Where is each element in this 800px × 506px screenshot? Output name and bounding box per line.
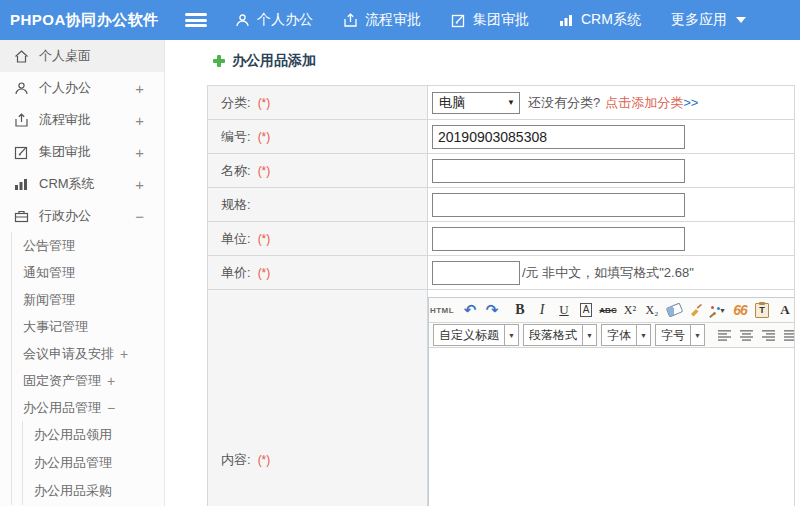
price-label: 单价:: [221, 264, 251, 282]
strikethrough-button[interactable]: ABC: [598, 300, 618, 320]
font-size-dropdown[interactable]: 字号▼: [655, 324, 705, 346]
sidebar-item-crm-system[interactable]: CRM系统 +: [0, 168, 164, 200]
blockquote-button[interactable]: 66: [730, 300, 750, 320]
format-painter-icon[interactable]: [686, 300, 706, 320]
nav-more-apps[interactable]: 更多应用: [671, 11, 746, 29]
nav-crm-system[interactable]: CRM系统: [559, 11, 641, 29]
editor-toolbar-row1: HTML ↶ ↷ B I U A ABC X² X₂: [429, 298, 794, 323]
category-hint: 还没有分类?: [528, 94, 600, 112]
sidebar-item-group-approval[interactable]: 集团审批 +: [0, 136, 164, 168]
required-mark: (*): [258, 453, 271, 467]
subscript-button[interactable]: X₂: [642, 300, 662, 320]
sidebar-item-fixed-assets-mgmt[interactable]: 固定资产管理 +: [12, 367, 164, 394]
edit-icon: [13, 144, 30, 161]
editor-content-area[interactable]: [429, 348, 794, 506]
bold-button[interactable]: B: [510, 300, 530, 320]
unit-input[interactable]: [432, 227, 685, 251]
eraser-icon[interactable]: [664, 300, 684, 320]
sidebar-item-supplies-claim[interactable]: 办公用品领用: [23, 421, 164, 449]
sidebar-item-meeting-mgmt[interactable]: 会议申请及安排+: [12, 340, 164, 367]
undo-icon[interactable]: ↶: [460, 300, 480, 320]
home-icon: [13, 48, 30, 65]
dropdown-arrow-icon: ▼: [636, 325, 650, 345]
align-right-icon[interactable]: [758, 325, 778, 345]
auto-typeset-icon[interactable]: ▼: [708, 300, 728, 320]
nav-personal-office[interactable]: 个人办公: [235, 11, 313, 29]
top-navigation: 个人办公 流程审批 集团审批 CRM系统 更多应用: [235, 11, 746, 29]
expand-icon[interactable]: +: [135, 80, 144, 97]
form-row-code: 编号: (*): [208, 120, 794, 154]
justify-icon[interactable]: [780, 325, 794, 345]
expand-icon[interactable]: +: [135, 112, 144, 129]
required-mark: (*): [258, 232, 271, 246]
custom-title-dropdown[interactable]: 自定义标题▼: [433, 324, 519, 346]
font-color-button[interactable]: A▼: [780, 300, 794, 320]
expand-icon[interactable]: +: [120, 346, 128, 362]
select-arrow-icon: ▼: [507, 98, 515, 107]
sidebar-item-supplies-purchase[interactable]: 办公用品采购: [23, 477, 164, 505]
spec-input[interactable]: [432, 193, 685, 217]
unit-label: 单位:: [221, 230, 251, 248]
category-select[interactable]: 电脑 ▼: [432, 92, 520, 114]
add-category-link[interactable]: 点击添加分类: [605, 94, 683, 112]
dropdown-arrow-icon: ▼: [690, 325, 704, 345]
office-supplies-submenu: 办公用品领用 办公用品管理 办公用品采购: [22, 421, 164, 505]
sidebar-item-news-mgmt[interactable]: 新闻管理: [12, 286, 164, 313]
hamburger-menu-icon[interactable]: [185, 13, 207, 27]
sidebar-item-supplies-manage[interactable]: 办公用品管理: [23, 449, 164, 477]
sidebar-item-events-mgmt[interactable]: 大事记管理: [12, 313, 164, 340]
export-icon: [343, 13, 358, 28]
paragraph-format-dropdown[interactable]: 段落格式▼: [523, 324, 597, 346]
category-label: 分类:: [221, 94, 251, 112]
sidebar-item-personal-desktop[interactable]: 个人桌面: [0, 40, 164, 72]
align-left-icon[interactable]: [714, 325, 734, 345]
user-icon: [13, 80, 30, 97]
name-label: 名称:: [221, 162, 251, 180]
export-icon: [13, 112, 30, 129]
dropdown-arrow-icon: ▼: [504, 325, 518, 345]
expand-icon[interactable]: +: [107, 373, 115, 389]
sidebar-item-announcement-mgmt[interactable]: 公告管理: [12, 232, 164, 259]
sidebar-item-personal-office[interactable]: 个人办公 +: [0, 72, 164, 104]
code-input[interactable]: [432, 125, 685, 149]
underline-button[interactable]: U: [554, 300, 574, 320]
font-family-dropdown[interactable]: 字体▼: [601, 324, 651, 346]
nav-group-approval[interactable]: 集团审批: [451, 11, 529, 29]
editor-toolbar-row2: 自定义标题▼ 段落格式▼ 字体▼ 字号▼: [429, 323, 794, 348]
collapse-icon[interactable]: −: [135, 208, 144, 225]
superscript-button[interactable]: X²: [620, 300, 640, 320]
dropdown-arrow-icon: ▼: [719, 307, 726, 314]
sidebar: 个人桌面 个人办公 + 流程审批 + 集团审批 + CRM系统 + 行政办公 −: [0, 40, 165, 506]
form-row-price: 单价: (*) /元 非中文，如填写格式"2.68": [208, 256, 794, 290]
required-mark: (*): [258, 130, 271, 144]
add-plus-icon: [213, 55, 225, 67]
font-border-button[interactable]: A: [576, 300, 596, 320]
office-supply-add-form: 分类: (*) 电脑 ▼ 还没有分类? 点击添加分类 >> 编号: (*): [207, 85, 795, 506]
italic-button[interactable]: I: [532, 300, 552, 320]
align-center-icon[interactable]: [736, 325, 756, 345]
bar-chart-icon: [13, 176, 30, 193]
main-content: 办公用品添加 分类: (*) 电脑 ▼ 还没有分类? 点击添加分类 >> 编号:: [165, 40, 800, 506]
nav-workflow-approval[interactable]: 流程审批: [343, 11, 421, 29]
briefcase-icon: [13, 208, 30, 225]
name-input[interactable]: [432, 159, 685, 183]
spec-label: 规格:: [221, 196, 251, 214]
price-format-note: /元 非中文，如填写格式"2.68": [522, 264, 694, 282]
sidebar-item-notice-mgmt[interactable]: 通知管理: [12, 259, 164, 286]
dropdown-arrow-icon: ▼: [582, 325, 596, 345]
form-row-name: 名称: (*): [208, 154, 794, 188]
redo-icon[interactable]: ↷: [482, 300, 502, 320]
app-logo: PHPOA协同办公软件: [0, 11, 185, 30]
sidebar-item-admin-office[interactable]: 行政办公 −: [0, 200, 164, 232]
expand-icon[interactable]: +: [135, 176, 144, 193]
sidebar-item-workflow-approval[interactable]: 流程审批 +: [0, 104, 164, 136]
expand-icon[interactable]: +: [135, 144, 144, 161]
form-row-content: 内容: (*) HTML ↶ ↷ B I U A: [208, 290, 794, 506]
paste-as-text-icon[interactable]: T: [752, 300, 772, 320]
required-mark: (*): [258, 96, 271, 110]
price-input[interactable]: [432, 261, 520, 285]
add-category-link-arrows[interactable]: >>: [683, 95, 698, 110]
html-source-button[interactable]: HTML: [432, 300, 452, 320]
collapse-icon[interactable]: −: [107, 400, 115, 416]
sidebar-item-office-supplies-mgmt[interactable]: 办公用品管理 −: [12, 394, 164, 421]
